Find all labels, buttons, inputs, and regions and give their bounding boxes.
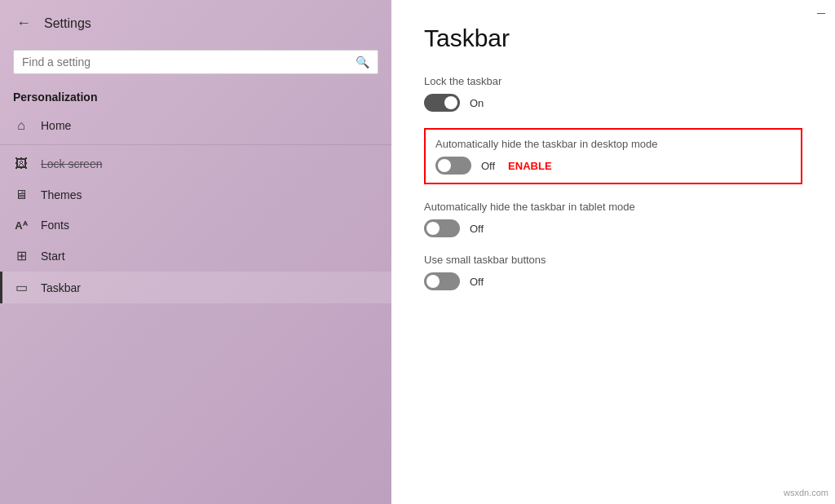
section-label: Personalization xyxy=(0,87,391,110)
sidebar-item-label: Themes xyxy=(41,188,82,201)
sidebar-title: Settings xyxy=(44,16,91,31)
setting-label-lock-taskbar: Lock the taskbar xyxy=(424,75,802,87)
toggle-small-buttons[interactable] xyxy=(424,272,460,290)
toggle-row-auto-hide-desktop: Off ENABLE xyxy=(435,157,791,175)
sidebar: ← Settings 🔍 Personalization ⌂ Home 🖼 Lo… xyxy=(0,0,391,504)
toggle-auto-hide-desktop[interactable] xyxy=(435,157,471,175)
sidebar-item-home[interactable]: ⌂ Home xyxy=(0,110,391,141)
watermark: wsxdn.com xyxy=(784,488,828,497)
sidebar-item-fonts[interactable]: Aᴬ Fonts xyxy=(0,210,391,240)
home-icon: ⌂ xyxy=(13,118,29,133)
sidebar-item-label: Lock screen xyxy=(41,157,102,170)
themes-icon: 🖥 xyxy=(13,188,29,202)
toggle-state-auto-hide-tablet: Off xyxy=(470,223,484,235)
start-icon: ⊞ xyxy=(13,248,29,263)
toggle-state-small-buttons: Off xyxy=(470,276,484,288)
toggle-row-auto-hide-tablet: Off xyxy=(424,219,802,237)
minimize-button[interactable]: ─ xyxy=(817,7,825,20)
search-box[interactable]: 🔍 xyxy=(13,50,378,74)
sidebar-item-taskbar[interactable]: ▭ Taskbar xyxy=(0,272,391,303)
sidebar-divider xyxy=(0,144,391,145)
content-panel: ─ Taskbar Lock the taskbar On Automatica… xyxy=(391,0,835,504)
sidebar-item-label: Fonts xyxy=(41,219,69,232)
sidebar-header: ← Settings xyxy=(0,0,391,43)
sidebar-nav: ⌂ Home 🖼 Lock screen 🖥 Themes Aᴬ Fonts ⊞… xyxy=(0,110,391,303)
fonts-icon: Aᴬ xyxy=(13,219,29,232)
toggle-row-small-buttons: Off xyxy=(424,272,802,290)
toggle-auto-hide-tablet[interactable] xyxy=(424,219,460,237)
setting-auto-hide-tablet: Automatically hide the taskbar in tablet… xyxy=(424,201,802,237)
lock-screen-icon: 🖼 xyxy=(13,157,29,171)
search-input[interactable] xyxy=(22,55,349,69)
sidebar-item-label: Start xyxy=(41,250,65,263)
sidebar-item-label: Home xyxy=(41,119,71,132)
sidebar-item-start[interactable]: ⊞ Start xyxy=(0,240,391,272)
toggle-state-lock-taskbar: On xyxy=(470,97,484,109)
taskbar-icon: ▭ xyxy=(13,280,29,295)
search-icon: 🔍 xyxy=(356,55,369,69)
toggle-lock-taskbar[interactable] xyxy=(424,94,460,112)
sidebar-item-lock-screen[interactable]: 🖼 Lock screen xyxy=(0,148,391,179)
sidebar-item-label: Taskbar xyxy=(41,281,81,294)
setting-label-small-buttons: Use small taskbar buttons xyxy=(424,254,802,266)
setting-lock-taskbar: Lock the taskbar On xyxy=(424,75,802,112)
toggle-row-lock-taskbar: On xyxy=(424,94,802,112)
setting-label-auto-hide-tablet: Automatically hide the taskbar in tablet… xyxy=(424,201,802,213)
sidebar-item-themes[interactable]: 🖥 Themes xyxy=(0,179,391,210)
page-title: Taskbar xyxy=(424,24,802,52)
back-button[interactable]: ← xyxy=(13,11,34,35)
setting-label-auto-hide-desktop: Automatically hide the taskbar in deskto… xyxy=(435,138,791,150)
setting-auto-hide-desktop: Automatically hide the taskbar in deskto… xyxy=(424,128,802,184)
setting-small-buttons: Use small taskbar buttons Off xyxy=(424,254,802,290)
enable-label: ENABLE xyxy=(508,160,551,172)
toggle-state-auto-hide-desktop: Off xyxy=(481,160,495,172)
